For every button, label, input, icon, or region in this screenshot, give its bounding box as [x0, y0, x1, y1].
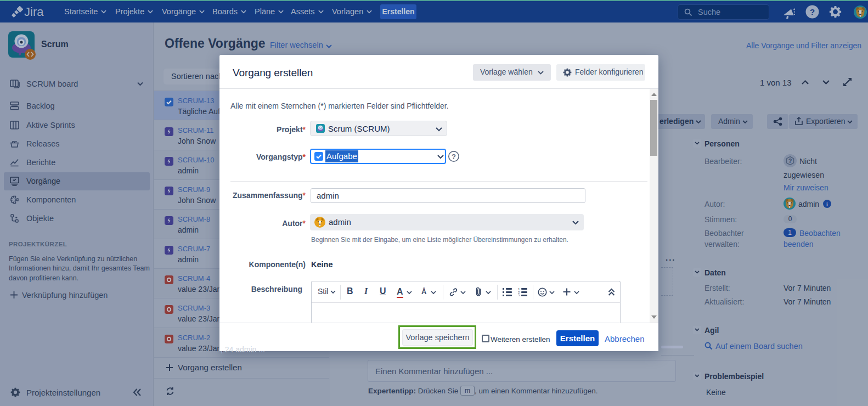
- svg-text:3: 3: [518, 294, 520, 297]
- svg-text:?: ?: [452, 153, 456, 161]
